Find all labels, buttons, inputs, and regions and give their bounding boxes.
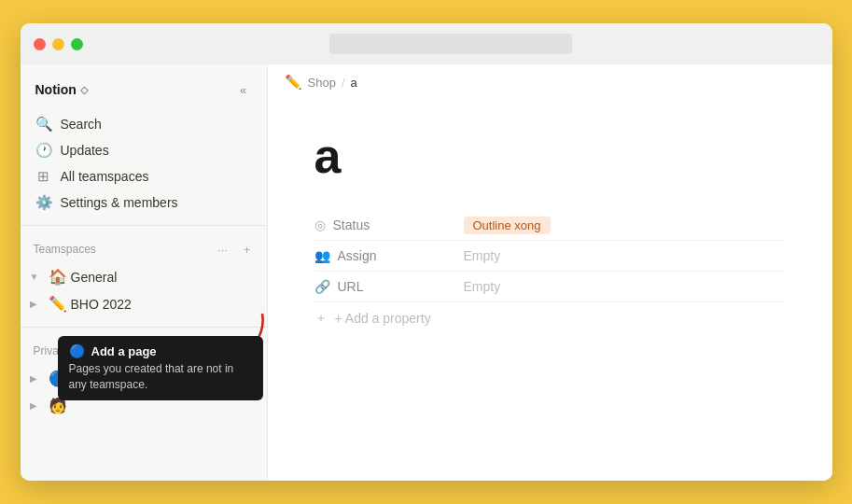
main-content: ✏️ Shop / a a ◎ Status O — [268, 64, 832, 481]
breadcrumb: ✏️ Shop / a — [268, 64, 832, 100]
url-value[interactable]: Empty — [464, 279, 501, 294]
teamspaces-actions: ··· + — [213, 239, 258, 259]
grid-icon: ⊞ — [35, 168, 52, 185]
link-icon: 🔗 — [314, 279, 330, 294]
minimize-button[interactable] — [52, 38, 64, 50]
people-icon: 👥 — [314, 248, 330, 263]
sidebar-item-settings-label: Settings & members — [61, 195, 178, 210]
search-icon: 🔍 — [35, 116, 52, 133]
gear-icon: ⚙️ — [35, 194, 52, 211]
tooltip-page-icon: 🔵 — [69, 343, 85, 358]
general-icon: 🏠 — [49, 268, 65, 286]
add-property-button[interactable]: ＋ + Add a property — [314, 304, 786, 332]
sidebar-collapse-button[interactable]: « — [231, 77, 256, 102]
private-section: Private + ▶ 🔵 ▶ 🧑 — [21, 337, 267, 419]
pencil-icon: ✏️ — [49, 295, 65, 313]
teamspaces-header: Teamspaces ··· + — [21, 235, 267, 263]
sidebar-item-teamspaces[interactable]: ⊞ All teamspaces — [26, 163, 261, 189]
status-value[interactable]: Outline xong — [464, 217, 551, 232]
clock-icon: 🕐 — [35, 142, 52, 159]
breadcrumb-separator: / — [342, 76, 345, 90]
teamspaces-add-button[interactable]: + — [237, 239, 258, 259]
sidebar-item-updates-label: Updates — [61, 143, 109, 158]
sidebar-title-text: Notion — [35, 82, 77, 97]
sidebar-item-general-label: General — [71, 270, 118, 285]
add-page-tooltip: 🔵 Add a page Pages you created that are … — [58, 336, 263, 400]
chevron-right-icon: ▶ — [30, 299, 43, 309]
address-bar — [329, 34, 572, 54]
property-divider-1 — [314, 240, 786, 241]
sidebar-header: Notion ◇ « — [21, 64, 267, 111]
page-title: a — [314, 128, 786, 184]
chevron-right-icon-3: ▶ — [30, 400, 43, 411]
sidebar-title[interactable]: Notion ◇ — [35, 82, 88, 97]
tooltip-description: Pages you created that are not in any te… — [69, 361, 252, 393]
sidebar-divider — [21, 225, 267, 226]
sidebar-item-teamspaces-label: All teamspaces — [61, 169, 149, 184]
property-divider-3 — [314, 301, 786, 302]
teamspaces-section: Teamspaces ··· + ▼ 🏠 General ▶ ✏️ BHO 20… — [21, 235, 267, 317]
sidebar-divider-2 — [21, 327, 267, 328]
sidebar-item-bho2022[interactable]: ▶ ✏️ BHO 2022 — [21, 290, 267, 317]
sidebar-item-search-label: Search — [61, 117, 102, 132]
sidebar-item-updates[interactable]: 🕐 Updates — [26, 137, 261, 163]
app-window: Notion ◇ « 🔍 Search 🕐 Updates ⊞ — [21, 23, 832, 481]
close-button[interactable] — [34, 38, 46, 50]
sidebar-item-bho2022-label: BHO 2022 — [71, 297, 132, 312]
assign-label[interactable]: 👥 Assign — [314, 248, 464, 263]
properties-list: ◎ Status Outline xong 👥 Assign — [314, 212, 786, 332]
page-content: a ◎ Status Outline xong — [268, 100, 832, 481]
sidebar: Notion ◇ « 🔍 Search 🕐 Updates ⊞ — [21, 64, 268, 481]
teamspaces-more-button[interactable]: ··· — [213, 239, 233, 259]
property-row-url: 🔗 URL Empty — [314, 273, 786, 300]
add-property-plus-icon: ＋ — [314, 310, 328, 327]
property-row-assign: 👥 Assign Empty — [314, 243, 786, 269]
status-label[interactable]: ◎ Status — [314, 217, 464, 232]
maximize-button[interactable] — [71, 38, 83, 50]
teamspaces-label: Teamspaces — [34, 243, 96, 256]
property-row-status: ◎ Status Outline xong — [314, 212, 786, 238]
titlebar — [21, 23, 832, 64]
sidebar-item-settings[interactable]: ⚙️ Settings & members — [26, 189, 261, 216]
assign-value[interactable]: Empty — [464, 248, 501, 263]
status-icon: ◎ — [314, 217, 326, 232]
add-property-label: + Add a property — [335, 311, 431, 326]
breadcrumb-page-icon: ✏️ — [285, 74, 302, 91]
sidebar-nav: 🔍 Search 🕐 Updates ⊞ All teamspaces ⚙️ S… — [21, 111, 267, 216]
url-label[interactable]: 🔗 URL — [314, 279, 464, 294]
breadcrumb-current: a — [351, 76, 357, 90]
chevron-right-icon-2: ▶ — [30, 373, 43, 384]
sidebar-item-general[interactable]: ▼ 🏠 General — [21, 263, 267, 290]
tooltip-title: 🔵 Add a page — [69, 343, 252, 358]
chevron-down-icon: ▼ — [30, 272, 43, 282]
sidebar-title-chevron-icon: ◇ — [80, 84, 88, 96]
traffic-lights — [34, 38, 83, 50]
titlebar-center — [83, 34, 819, 54]
breadcrumb-parent[interactable]: Shop — [308, 76, 336, 90]
status-badge[interactable]: Outline xong — [464, 217, 551, 234]
property-divider-2 — [314, 271, 786, 272]
sidebar-item-search[interactable]: 🔍 Search — [26, 111, 261, 137]
app-body: Notion ◇ « 🔍 Search 🕐 Updates ⊞ — [21, 64, 832, 481]
